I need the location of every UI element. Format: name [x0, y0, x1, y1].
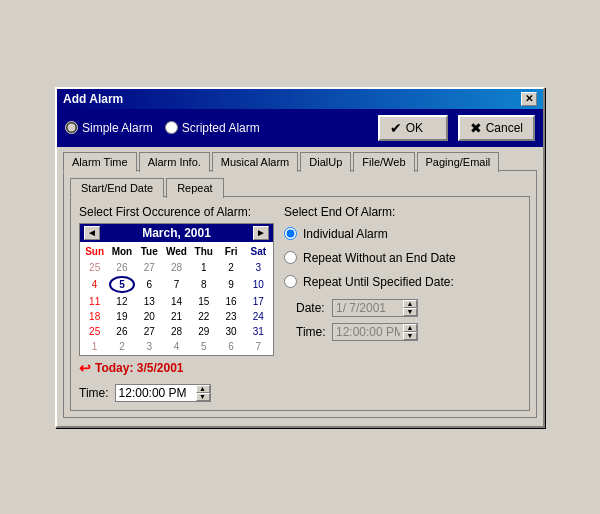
calendar-cell[interactable]: 17 — [246, 295, 271, 308]
outer-tabs: Alarm TimeAlarm Info.Musical AlarmDialUp… — [63, 151, 537, 171]
ok-button[interactable]: ✔ OK — [378, 115, 448, 141]
end-date-input[interactable] — [333, 300, 403, 316]
repeat-no-end-radio[interactable] — [284, 251, 297, 264]
end-date-spin-down[interactable]: ▼ — [403, 308, 417, 316]
calendar-cell[interactable]: 6 — [137, 276, 162, 293]
calendar-cell[interactable]: 2 — [218, 261, 243, 274]
calendar-cell[interactable]: 1 — [82, 340, 107, 353]
calendar-cell[interactable]: 27 — [137, 261, 162, 274]
end-time-input[interactable] — [333, 324, 403, 340]
main-content: Select First Occurence of Alarm: ◄ March… — [79, 205, 521, 402]
simple-alarm-radio-label[interactable]: Simple Alarm — [65, 121, 153, 135]
repeat-no-end-label: Repeat Without an End Date — [303, 251, 456, 265]
end-time-row: Time: ▲ ▼ — [296, 323, 521, 341]
calendar-cell[interactable]: 14 — [164, 295, 189, 308]
calendar-grid: SunMonTueWedThuFriSat2526272812345678910… — [80, 242, 273, 355]
calendar-cell[interactable]: 16 — [218, 295, 243, 308]
end-section-title: Select End Of Alarm: — [284, 205, 521, 219]
scripted-alarm-radio[interactable] — [165, 121, 178, 134]
today-icon: ↩ — [79, 360, 91, 376]
calendar-cell[interactable]: 3 — [137, 340, 162, 353]
calendar-cell[interactable]: 5 — [109, 276, 134, 293]
calendar-cell[interactable]: 23 — [218, 310, 243, 323]
end-time-spin: ▲ ▼ — [403, 324, 417, 340]
calendar-cell[interactable]: 5 — [191, 340, 216, 353]
subtab-start-end-date[interactable]: Start/End Date — [70, 178, 164, 198]
calendar-cell[interactable]: 8 — [191, 276, 216, 293]
calendar-cell[interactable]: 13 — [137, 295, 162, 308]
individual-alarm-radio[interactable] — [284, 227, 297, 240]
calendar-cell[interactable]: 9 — [218, 276, 243, 293]
time-spin-down[interactable]: ▼ — [196, 393, 210, 401]
end-time-spin-down[interactable]: ▼ — [403, 332, 417, 340]
calendar-cell[interactable]: 25 — [82, 261, 107, 274]
calendar-cell[interactable]: 30 — [218, 325, 243, 338]
window-title: Add Alarm — [63, 92, 123, 106]
calendar: ◄ March, 2001 ► SunMonTueWedThuFriSat252… — [79, 223, 274, 356]
calendar-cell[interactable]: 28 — [164, 261, 189, 274]
time-input[interactable] — [116, 385, 196, 401]
prev-month-button[interactable]: ◄ — [84, 226, 100, 240]
calendar-cell[interactable]: 19 — [109, 310, 134, 323]
tab-paging-email[interactable]: Paging/Email — [417, 152, 500, 172]
simple-alarm-label: Simple Alarm — [82, 121, 153, 135]
ok-icon: ✔ — [390, 120, 402, 136]
end-time-spin-up[interactable]: ▲ — [403, 324, 417, 332]
calendar-cell[interactable]: 7 — [164, 276, 189, 293]
repeat-until-option[interactable]: Repeat Until Specified Date: — [284, 275, 521, 289]
simple-alarm-radio[interactable] — [65, 121, 78, 134]
close-button[interactable]: ✕ — [521, 92, 537, 106]
repeat-until-radio[interactable] — [284, 275, 297, 288]
repeat-no-end-option[interactable]: Repeat Without an End Date — [284, 251, 521, 265]
calendar-cell[interactable]: 29 — [191, 325, 216, 338]
calendar-cell[interactable]: 25 — [82, 325, 107, 338]
cancel-icon: ✖ — [470, 120, 482, 136]
calendar-cell[interactable]: 3 — [246, 261, 271, 274]
tab-alarm-time[interactable]: Alarm Time — [63, 152, 137, 172]
time-label: Time: — [79, 386, 109, 400]
calendar-dow-mon: Mon — [109, 244, 134, 259]
calendar-cell[interactable]: 15 — [191, 295, 216, 308]
next-month-button[interactable]: ► — [253, 226, 269, 240]
calendar-cell[interactable]: 22 — [191, 310, 216, 323]
calendar-cell[interactable]: 4 — [82, 276, 107, 293]
end-date-spin-up[interactable]: ▲ — [403, 300, 417, 308]
calendar-cell[interactable]: 11 — [82, 295, 107, 308]
calendar-cell[interactable]: 2 — [109, 340, 134, 353]
calendar-cell[interactable]: 10 — [246, 276, 271, 293]
end-date-spin: ▲ ▼ — [403, 300, 417, 316]
scripted-alarm-label: Scripted Alarm — [182, 121, 260, 135]
calendar-cell[interactable]: 1 — [191, 261, 216, 274]
calendar-cell[interactable]: 20 — [137, 310, 162, 323]
calendar-cell[interactable]: 4 — [164, 340, 189, 353]
add-alarm-window: Add Alarm ✕ Simple Alarm Scripted Alarm … — [55, 87, 545, 428]
calendar-cell[interactable]: 12 — [109, 295, 134, 308]
tab-alarm-info-[interactable]: Alarm Info. — [139, 152, 210, 172]
calendar-cell[interactable]: 7 — [246, 340, 271, 353]
calendar-cell[interactable]: 31 — [246, 325, 271, 338]
end-section: Select End Of Alarm: Individual Alarm Re… — [284, 205, 521, 402]
tab-musical-alarm[interactable]: Musical Alarm — [212, 152, 298, 172]
toolbar: Simple Alarm Scripted Alarm ✔ OK ✖ Cance… — [57, 109, 543, 147]
outer-tabs-container: Alarm TimeAlarm Info.Musical AlarmDialUp… — [57, 147, 543, 418]
time-spin-up[interactable]: ▲ — [196, 385, 210, 393]
calendar-cell[interactable]: 26 — [109, 325, 134, 338]
individual-alarm-option[interactable]: Individual Alarm — [284, 227, 521, 241]
tab-content: Start/End DateRepeat Select First Occure… — [63, 170, 537, 418]
tab-file-web[interactable]: File/Web — [353, 152, 414, 172]
calendar-cell[interactable]: 28 — [164, 325, 189, 338]
repeat-until-label: Repeat Until Specified Date: — [303, 275, 454, 289]
alarm-type-group: Simple Alarm Scripted Alarm — [65, 121, 260, 135]
calendar-dow-wed: Wed — [164, 244, 189, 259]
calendar-cell[interactable]: 24 — [246, 310, 271, 323]
calendar-cell[interactable]: 18 — [82, 310, 107, 323]
tab-dialup[interactable]: DialUp — [300, 152, 351, 172]
calendar-cell[interactable]: 6 — [218, 340, 243, 353]
calendar-cell[interactable]: 27 — [137, 325, 162, 338]
calendar-cell[interactable]: 21 — [164, 310, 189, 323]
title-bar: Add Alarm ✕ — [57, 89, 543, 109]
calendar-cell[interactable]: 26 — [109, 261, 134, 274]
scripted-alarm-radio-label[interactable]: Scripted Alarm — [165, 121, 260, 135]
cancel-button[interactable]: ✖ Cancel — [458, 115, 535, 141]
subtab-repeat[interactable]: Repeat — [166, 178, 223, 198]
